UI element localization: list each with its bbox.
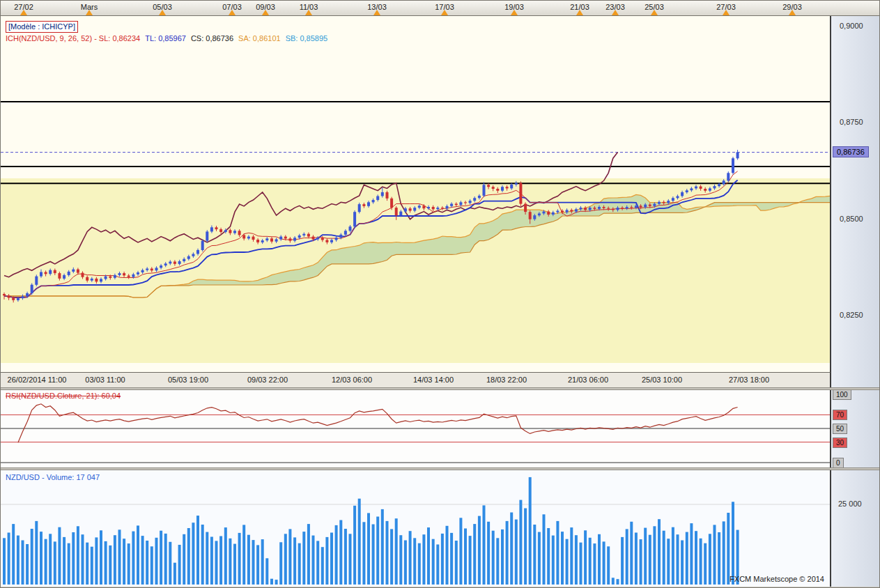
rsi-axis-label: 70 xyxy=(833,410,847,420)
indicator-summary: ICH(NZD/USD, 9, 26, 52) - SL: 0,86234TL:… xyxy=(6,34,332,42)
chart-window: 0,86736 0,90000,87500,85000,825010070503… xyxy=(0,0,880,588)
rsi-line xyxy=(18,404,738,442)
volume-axis-label: 25 000 xyxy=(838,500,862,508)
volume-panel: NZD/USD - Volume: 17 047 FXCM Marketscop… xyxy=(1,470,831,587)
rsi-indicator-label: RSI(NZD/USD.Cloture, 21): 60,04 xyxy=(6,392,121,400)
alert-triangle-icon xyxy=(612,10,619,15)
alert-triangle-icon xyxy=(159,10,166,15)
main-chart[interactable] xyxy=(1,16,830,372)
panel-splitter[interactable] xyxy=(1,467,880,470)
copyright-label: FXCM Marketscope © 2014 xyxy=(730,575,824,583)
volume-bars xyxy=(3,477,739,585)
alert-triangle-icon xyxy=(789,10,796,15)
indicator-value: SB: 0,85895 xyxy=(286,34,328,42)
x-axis-date: 14/03 14:00 xyxy=(413,376,454,384)
indicator-value: SA: 0,86101 xyxy=(238,34,281,42)
alert-triangle-icon xyxy=(723,10,730,15)
rsi-axis-label: 30 xyxy=(833,438,847,448)
rsi-axis-label: 100 xyxy=(833,389,851,400)
alert-triangle-icon xyxy=(511,10,518,15)
x-axis-date: 03/03 11:00 xyxy=(85,376,125,384)
alert-triangle-icon xyxy=(441,10,448,15)
x-axis-date: 25/03 10:00 xyxy=(642,376,682,384)
main-chart-panel: [Modèle : ICHICYP] ICH(NZD/USD, 9, 26, 5… xyxy=(1,16,831,372)
volume-chart[interactable] xyxy=(1,470,830,587)
analysis-region xyxy=(1,178,830,363)
x-axis-date: 26/02/2014 11:00 xyxy=(8,376,67,384)
alert-triangle-icon xyxy=(20,10,27,15)
alert-triangle-icon xyxy=(262,10,269,15)
price-axis-column[interactable]: 0,86736 0,90000,87500,85000,825010070503… xyxy=(831,16,880,587)
alert-triangle-icon xyxy=(576,10,583,15)
panel-splitter[interactable] xyxy=(1,387,880,390)
x-axis-date: 18/03 22:00 xyxy=(486,376,527,384)
model-label: [Modèle : ICHICYP] xyxy=(6,21,78,33)
x-axis-strip: 26/02/2014 11:0003/03 11:0005/03 19:0009… xyxy=(1,372,831,387)
rsi-axis-label: 0 xyxy=(833,458,844,468)
rsi-chart[interactable] xyxy=(1,390,830,467)
price-axis-label: 0,8500 xyxy=(840,215,863,223)
indicator-value: ICH(NZD/USD, 9, 26, 52) - SL: 0,86234 xyxy=(6,34,140,42)
indicator-value: TL: 0,85967 xyxy=(145,34,186,42)
alert-triangle-icon xyxy=(229,10,236,15)
price-axis-label: 0,8750 xyxy=(840,118,863,126)
rsi-panel: RSI(NZD/USD.Cloture, 21): 60,04 xyxy=(1,390,831,467)
rsi-axis-label: 50 xyxy=(833,424,847,434)
indicator-value: CS: 0,86736 xyxy=(191,34,233,42)
price-axis-label: 0,9000 xyxy=(840,22,863,30)
timeline-bar[interactable]: 27/02Mars05/0307/0309/0311/0313/0317/031… xyxy=(1,1,880,16)
alert-triangle-icon xyxy=(305,10,312,15)
x-axis-date: 05/03 19:00 xyxy=(168,376,208,384)
x-axis-date: 09/03 22:00 xyxy=(247,376,288,384)
volume-indicator-label: NZD/USD - Volume: 17 047 xyxy=(6,473,100,481)
alert-triangle-icon xyxy=(651,10,658,15)
price-axis-label: 0,8250 xyxy=(840,311,863,319)
alert-triangle-icon xyxy=(373,10,380,15)
alert-triangle-icon xyxy=(86,10,93,15)
current-price-tag: 0,86736 xyxy=(833,146,869,157)
x-axis-date: 21/03 06:00 xyxy=(568,376,608,384)
x-axis-date: 27/03 18:00 xyxy=(729,376,769,384)
x-axis-date: 12/03 06:00 xyxy=(332,376,372,384)
